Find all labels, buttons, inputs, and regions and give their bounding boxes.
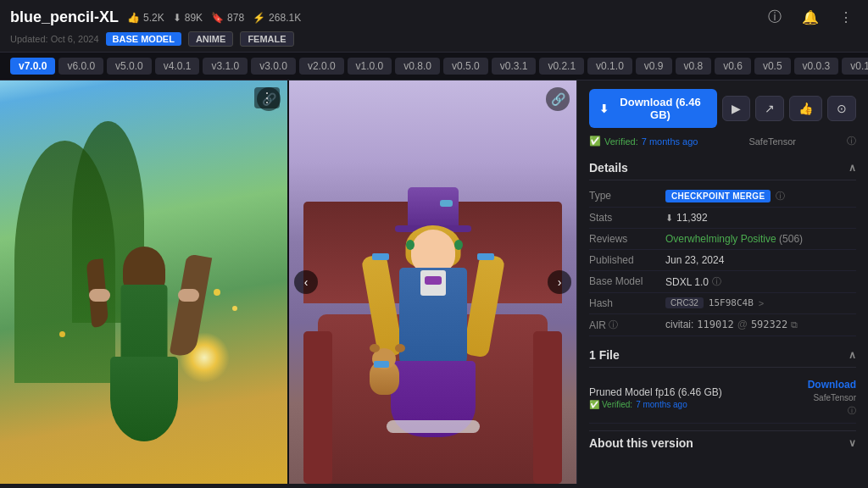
tag-base-model[interactable]: BASE MODEL xyxy=(106,32,181,46)
base-model-label: Base Model xyxy=(589,275,665,287)
like-button[interactable]: 👍 xyxy=(789,96,822,121)
file-section-chevron-icon: ∧ xyxy=(849,349,856,361)
details-section-header[interactable]: Details ∧ xyxy=(589,156,856,180)
file-safe-info-icon[interactable]: ⓘ xyxy=(848,405,856,417)
version-tab-v7[interactable]: v7.0.0 xyxy=(10,58,55,75)
details-section-title: Details xyxy=(589,161,628,175)
image-slot-1: 🔗 xyxy=(0,80,287,484)
info-button[interactable]: ⓘ xyxy=(763,7,787,28)
type-value: CHECKPOINT MERGE ⓘ xyxy=(665,190,856,202)
version-tab-v05[interactable]: v0.5 xyxy=(754,58,791,75)
file-check-icon: ✅ xyxy=(589,400,599,409)
base-model-value: SDXL 1.0 ⓘ xyxy=(665,275,856,288)
file-section-header[interactable]: 1 File ∧ xyxy=(589,343,856,368)
images-menu-button[interactable]: ⋮ xyxy=(254,87,280,108)
file-row: Pruned Model fp16 (6.46 GB) ✅ Verified: … xyxy=(589,373,856,424)
downloads-stat: ⬇ 89K xyxy=(173,12,203,24)
download-arrow-icon: ⬇ xyxy=(599,103,609,115)
about-section-header[interactable]: About this version ∨ xyxy=(589,430,856,455)
tag-anime[interactable]: ANIME xyxy=(188,31,233,47)
air-label-container: AIR ⓘ xyxy=(589,319,665,331)
action-row: ⬇ Download (6.46 GB) ▶ ↗ 👍 ⊙ xyxy=(589,89,856,128)
version-tab-v01[interactable]: v0.1 xyxy=(842,58,868,75)
version-tab-v003[interactable]: v0.0.3 xyxy=(794,58,839,75)
file-verified-time[interactable]: 7 months ago xyxy=(636,400,687,409)
about-chevron-icon: ∨ xyxy=(849,437,856,449)
version-tab-v31[interactable]: v3.1.0 xyxy=(203,58,248,75)
version-tab-v5[interactable]: v5.0.0 xyxy=(107,58,152,75)
download-icon: ⬇ xyxy=(173,12,181,24)
verified-label: Verified: xyxy=(604,136,638,147)
version-tabs: v7.0.0 v6.0.0 v5.0.0 v4.0.1 v3.1.0 v3.0.… xyxy=(0,53,868,80)
verified-check-icon: ✅ xyxy=(589,136,601,147)
page-header: blue_pencil-XL 👍 5.2K ⬇ 89K 🔖 878 ⚡ 268.… xyxy=(0,0,868,53)
type-info-icon[interactable]: ⓘ xyxy=(776,190,785,202)
version-tab-v6[interactable]: v6.0.0 xyxy=(58,58,103,75)
air-platform: civitai: xyxy=(665,319,693,330)
file-download-area: Download SafeTensor ⓘ xyxy=(808,379,856,417)
reviews-positive[interactable]: Overwhelmingly Positive xyxy=(665,233,776,245)
air-label: AIR xyxy=(589,319,606,331)
tag-female[interactable]: FEMALE xyxy=(240,31,293,47)
share-button[interactable]: ↗ xyxy=(755,96,784,121)
updated-text: Updated: Oct 6, 2024 xyxy=(10,34,99,44)
version-tab-v401[interactable]: v4.0.1 xyxy=(155,58,200,75)
published-value: Jun 23, 2024 xyxy=(665,254,856,266)
base-model-info-icon[interactable]: ⓘ xyxy=(712,275,721,288)
more-button[interactable]: ⋮ xyxy=(834,8,858,27)
bookmark-icon: 🔖 xyxy=(211,12,224,24)
verified-badge: ✅ Verified: 7 months ago xyxy=(589,136,698,147)
details-panel: ⬇ Download (6.46 GB) ▶ ↗ 👍 ⊙ ✅ Verified:… xyxy=(576,80,868,484)
image-slot-2: 🔗 ‹ › xyxy=(289,80,576,484)
detail-row-published: Published Jun 23, 2024 xyxy=(589,250,856,271)
version-tab-v050[interactable]: v0.5.0 xyxy=(443,58,488,75)
detail-row-reviews: Reviews Overwhelmingly Positive (506) xyxy=(589,229,856,250)
stats-download-icon: ⬇ xyxy=(665,213,673,224)
version-tab-v09[interactable]: v0.9 xyxy=(636,58,672,75)
save-button[interactable]: ⊙ xyxy=(827,96,856,121)
version-tab-v20[interactable]: v2.0.0 xyxy=(299,58,344,75)
version-tab-v031[interactable]: v0.3.1 xyxy=(492,58,537,75)
bookmarks-stat: 🔖 878 xyxy=(211,12,244,24)
version-tab-v080[interactable]: v0.8.0 xyxy=(395,58,440,75)
likes-stat: 👍 5.2K xyxy=(127,12,164,24)
buzz-count: 268.1K xyxy=(269,12,301,24)
verified-time[interactable]: 7 months ago xyxy=(642,136,698,147)
version-tab-v010[interactable]: v0.1.0 xyxy=(587,58,632,75)
bell-button[interactable]: 🔔 xyxy=(797,8,824,27)
version-tab-v08[interactable]: v0.8 xyxy=(676,58,712,75)
detail-row-air: AIR ⓘ civitai: 119012 @ 592322 ⧉ xyxy=(589,314,856,336)
reviews-count: (506) xyxy=(779,233,803,245)
file-download-button[interactable]: Download xyxy=(808,379,856,391)
version-tab-v021[interactable]: v0.2.1 xyxy=(539,58,584,75)
main-content: 🔗 ⋮ xyxy=(0,80,868,484)
file-verified-badge: ✅ Verified: xyxy=(589,400,632,409)
image2-link-button[interactable]: 🔗 xyxy=(546,87,570,111)
likes-count: 5.2K xyxy=(143,12,164,24)
file-section-title: 1 File xyxy=(589,348,620,362)
about-section: About this version ∨ xyxy=(589,430,856,455)
bookmarks-count: 878 xyxy=(227,12,244,24)
header-top-row: blue_pencil-XL 👍 5.2K ⬇ 89K 🔖 878 ⚡ 268.… xyxy=(10,7,858,28)
reviews-value: Overwhelmingly Positive (506) xyxy=(665,233,856,245)
image-prev-button[interactable]: ‹ xyxy=(294,270,318,294)
hash-label: Hash xyxy=(589,297,665,309)
version-tab-v30[interactable]: v3.0.0 xyxy=(251,58,296,75)
version-tab-v06[interactable]: v0.6 xyxy=(715,58,751,75)
play-button[interactable]: ▶ xyxy=(722,96,750,121)
air-info-icon[interactable]: ⓘ xyxy=(609,319,618,331)
air-copy-icon[interactable]: ⧉ xyxy=(791,319,798,330)
reviews-label: Reviews xyxy=(589,233,665,245)
hash-value-container: CRC32 15F98C4B > xyxy=(665,297,856,308)
image-next-button[interactable]: › xyxy=(548,270,571,294)
hash-arrow-icon[interactable]: > xyxy=(759,298,764,308)
version-tab-v10[interactable]: v1.0.0 xyxy=(348,58,392,75)
image-1: 🔗 xyxy=(0,80,287,484)
model-title: blue_pencil-XL xyxy=(10,8,119,26)
like-icon: 👍 xyxy=(127,12,140,24)
safe-tensor-info[interactable]: ⓘ xyxy=(847,135,856,147)
detail-row-base-model: Base Model SDXL 1.0 ⓘ xyxy=(589,271,856,293)
air-at: @ xyxy=(737,319,748,330)
download-button[interactable]: ⬇ Download (6.46 GB) xyxy=(589,89,717,128)
detail-row-type: Type CHECKPOINT MERGE ⓘ xyxy=(589,186,856,208)
